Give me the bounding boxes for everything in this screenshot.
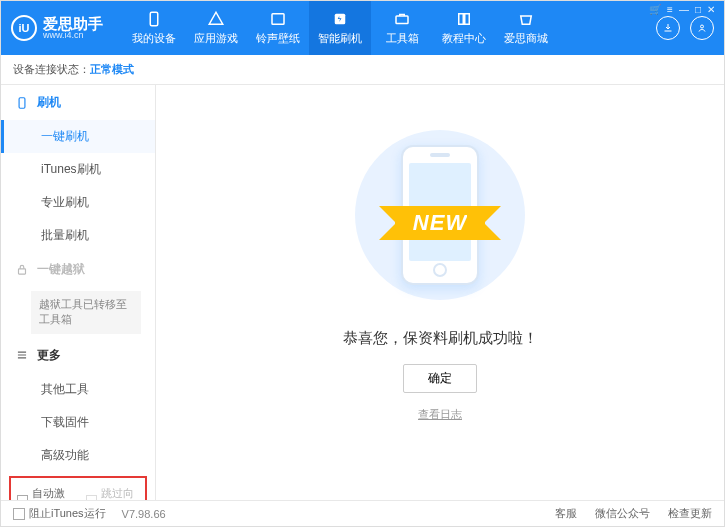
nav-tutorials[interactable]: 教程中心	[433, 1, 495, 55]
sidebar-item-onekey-flash[interactable]: 一键刷机	[1, 120, 155, 153]
success-message: 恭喜您，保资料刷机成功啦！	[343, 329, 538, 348]
download-button[interactable]	[656, 16, 680, 40]
sidebar-item-batch-flash[interactable]: 批量刷机	[1, 219, 155, 252]
nav-apps-games[interactable]: 应用游戏	[185, 1, 247, 55]
book-icon	[455, 10, 473, 28]
window-controls: 🛒 ≡ — □ ✕	[649, 4, 715, 15]
logo-badge: iU	[11, 15, 37, 41]
status-bar: 设备连接状态： 正常模式	[1, 55, 724, 85]
lock-icon	[15, 263, 29, 277]
jailbreak-note: 越狱工具已转移至工具箱	[31, 291, 141, 334]
close-icon[interactable]: ✕	[707, 4, 715, 15]
checkbox-block-itunes[interactable]: 阻止iTunes运行	[13, 506, 106, 521]
sidebar: 刷机 一键刷机 iTunes刷机 专业刷机 批量刷机 一键越狱 越狱工具已转移至…	[1, 85, 156, 500]
version-label: V7.98.66	[122, 508, 166, 520]
sidebar-item-other-tools[interactable]: 其他工具	[1, 373, 155, 406]
new-ribbon: NEW	[395, 206, 485, 240]
svg-point-4	[701, 25, 704, 28]
svg-rect-0	[150, 12, 158, 26]
view-log-link[interactable]: 查看日志	[418, 407, 462, 422]
status-mode: 正常模式	[90, 62, 134, 77]
options-highlight-box: 自动激活 跳过向导	[9, 476, 147, 500]
checkbox-icon	[13, 508, 25, 520]
minimize-icon[interactable]: —	[679, 4, 689, 15]
footer-link-service[interactable]: 客服	[555, 506, 577, 521]
sidebar-item-pro-flash[interactable]: 专业刷机	[1, 186, 155, 219]
success-illustration: NEW	[340, 125, 540, 305]
nav-toolbox[interactable]: 工具箱	[371, 1, 433, 55]
svg-rect-5	[19, 97, 25, 108]
nav-smart-flash[interactable]: 智能刷机	[309, 1, 371, 55]
toolbox-icon	[393, 10, 411, 28]
logo[interactable]: iU 爱思助手 www.i4.cn	[11, 15, 103, 41]
sidebar-item-advanced[interactable]: 高级功能	[1, 439, 155, 472]
header: iU 爱思助手 www.i4.cn 我的设备 应用游戏 铃声壁纸 智能刷机	[1, 1, 724, 55]
footer: 阻止iTunes运行 V7.98.66 客服 微信公众号 检查更新	[1, 500, 724, 526]
status-label: 设备连接状态：	[13, 62, 90, 77]
top-nav: 我的设备 应用游戏 铃声壁纸 智能刷机 工具箱 教程中心	[123, 1, 557, 55]
svg-rect-6	[19, 268, 26, 273]
sidebar-item-itunes-flash[interactable]: iTunes刷机	[1, 153, 155, 186]
svg-rect-1	[272, 14, 284, 25]
sidebar-item-download-firmware[interactable]: 下载固件	[1, 406, 155, 439]
flash-icon	[331, 10, 349, 28]
sidebar-section-jailbreak: 一键越狱	[1, 252, 155, 287]
apps-icon	[207, 10, 225, 28]
svg-rect-3	[396, 16, 408, 24]
nav-my-device[interactable]: 我的设备	[123, 1, 185, 55]
cart-icon[interactable]: 🛒	[649, 4, 661, 15]
phone-icon	[15, 96, 29, 110]
image-icon	[269, 10, 287, 28]
sidebar-section-flash[interactable]: 刷机	[1, 85, 155, 120]
nav-ringtone-wallpaper[interactable]: 铃声壁纸	[247, 1, 309, 55]
main-content: NEW 恭喜您，保资料刷机成功啦！ 确定 查看日志	[156, 85, 724, 500]
ok-button[interactable]: 确定	[403, 364, 477, 393]
user-button[interactable]	[690, 16, 714, 40]
store-icon	[517, 10, 535, 28]
nav-store[interactable]: 爱思商城	[495, 1, 557, 55]
menu-icon[interactable]: ≡	[667, 4, 673, 15]
app-title: 爱思助手	[43, 16, 103, 31]
device-icon	[145, 10, 163, 28]
maximize-icon[interactable]: □	[695, 4, 701, 15]
checkbox-auto-activate[interactable]: 自动激活	[17, 486, 70, 500]
app-url: www.i4.cn	[43, 31, 103, 40]
list-icon	[15, 348, 29, 362]
footer-link-update[interactable]: 检查更新	[668, 506, 712, 521]
footer-link-wechat[interactable]: 微信公众号	[595, 506, 650, 521]
checkbox-skip-guide[interactable]: 跳过向导	[86, 486, 139, 500]
sidebar-section-more[interactable]: 更多	[1, 338, 155, 373]
